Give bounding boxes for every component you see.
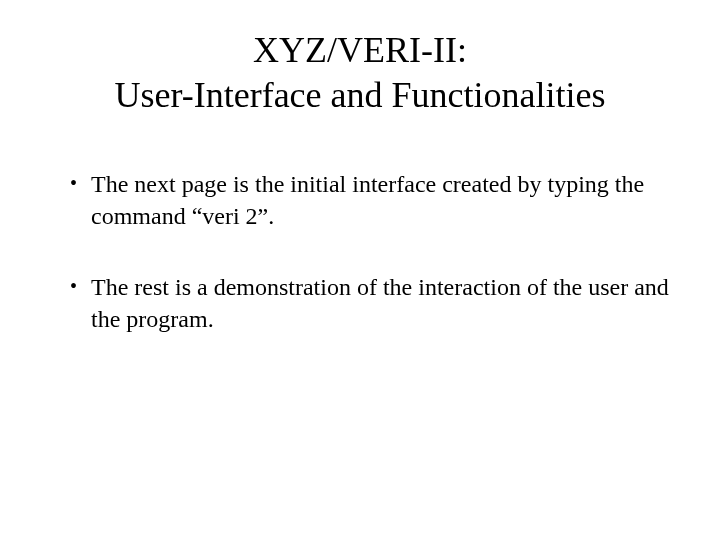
- bullet-text: The rest is a demonstration of the inter…: [91, 271, 680, 336]
- bullet-dot-icon: •: [70, 168, 77, 198]
- slide-title: XYZ/VERI-II: User-Interface and Function…: [40, 28, 680, 118]
- bullet-item: • The next page is the initial interface…: [70, 168, 680, 233]
- bullet-dot-icon: •: [70, 271, 77, 301]
- bullet-text: The next page is the initial interface c…: [91, 168, 680, 233]
- slide-content: • The next page is the initial interface…: [40, 168, 680, 336]
- title-line-1: XYZ/VERI-II:: [253, 30, 467, 70]
- title-line-2: User-Interface and Functionalities: [114, 75, 605, 115]
- bullet-item: • The rest is a demonstration of the int…: [70, 271, 680, 336]
